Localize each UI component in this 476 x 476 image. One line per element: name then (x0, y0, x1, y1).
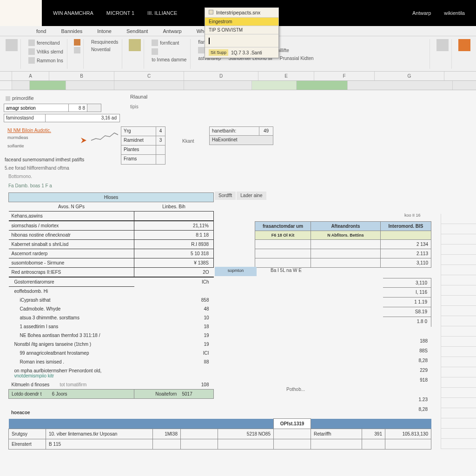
tab-1[interactable]: Sordfft (215, 192, 236, 200)
rv-cell[interactable]: 8,28 (383, 405, 431, 415)
col-c[interactable]: C (114, 72, 184, 80)
table-row[interactable]: iCyprash sithat (9, 296, 134, 304)
table-row[interactable]: 99 annagricoleatbnant hrostamep (9, 349, 134, 357)
table-row[interactable]: Kabernet sinabalt s shriLisd (9, 240, 134, 249)
table-cell[interactable]: 5218 NO85 (218, 429, 274, 439)
col-d[interactable]: D (184, 72, 258, 80)
table-cell[interactable]: 3,110 (381, 258, 431, 268)
table-cell[interactable]: 2.113 (381, 249, 431, 258)
table-row[interactable]: eoffebsdomb. Hi (9, 287, 134, 296)
ribbon-btn-4[interactable]: Resquineeds (90, 39, 119, 45)
table-cell[interactable] (311, 249, 381, 258)
menu-3[interactable]: Senditant (126, 28, 148, 34)
table-cell[interactable] (255, 240, 311, 249)
table-row[interactable]: Cadmobole. Whyde (9, 304, 134, 313)
ribbon-btn-3[interactable]: Rammon Ins (27, 57, 64, 64)
col-b[interactable]: B (49, 72, 114, 80)
rv-cell[interactable]: 1 1.19 (383, 298, 431, 307)
table-row[interactable]: on mpha aurlbiotermsherr Pnenordont old,… (9, 366, 134, 380)
ribbon-btn-14[interactable]: Prunasial Kidten (279, 55, 315, 61)
table-row[interactable]: Roman ines ismised . (9, 357, 134, 366)
menu-file[interactable]: fond (36, 28, 46, 34)
table-cell[interactable] (255, 249, 311, 258)
select-all-corner[interactable] (0, 72, 12, 80)
app-icon-area[interactable] (0, 0, 42, 26)
function-icon[interactable] (458, 39, 470, 51)
menu-2[interactable]: Intone (97, 28, 112, 34)
col-a[interactable]: A (12, 72, 49, 80)
rv-cell[interactable]: S8.19 (383, 307, 431, 317)
table-cell[interactable]: Elrenstert (9, 439, 46, 450)
table-row[interactable]: Kehans,aswins (9, 212, 134, 221)
clipboard-icon[interactable] (74, 39, 80, 46)
table-cell[interactable] (181, 439, 218, 450)
table-cell[interactable] (153, 439, 181, 450)
format-icon[interactable] (436, 39, 449, 51)
table-cell[interactable] (274, 429, 311, 439)
table-cell[interactable]: 391 (362, 429, 385, 439)
ribbon-btn-7[interactable] (151, 48, 187, 55)
table-row[interactable]: Ascernort rarderp (9, 249, 134, 258)
table-cell[interactable]: Retariffh (311, 429, 362, 439)
titlebar-tab-1[interactable]: WIN ANAMCHRA (51, 7, 95, 19)
table-cell[interactable]: B 115 (46, 439, 153, 450)
col-g[interactable]: G (375, 72, 444, 80)
menu-1[interactable]: Bannides (61, 28, 82, 34)
table-cell[interactable] (311, 240, 381, 249)
worksheet[interactable]: primordifie 8 8 faminostasnd 3,16 ad NI … (0, 90, 476, 476)
spreadsheet-grid-blank[interactable] (441, 214, 476, 449)
table-row[interactable]: siornschasis / molortex (9, 221, 134, 231)
table-cell[interactable] (311, 439, 362, 450)
rv-cell[interactable]: I, 116 (383, 288, 431, 298)
menu-4[interactable]: Antwarp (163, 28, 181, 34)
table-row[interactable]: Kitmueln d finoses tot tomatifirm (9, 380, 134, 390)
rv-cell[interactable]: 229 (383, 366, 431, 376)
table-cell[interactable] (311, 258, 381, 268)
rv-cell[interactable]: 8,28 (383, 356, 431, 366)
ribbon-btn-2[interactable]: Vritiks slernd (27, 48, 64, 55)
col-e[interactable]: E (258, 72, 314, 80)
table-cell[interactable] (385, 439, 431, 450)
table-cell[interactable]: 2 134 (381, 240, 431, 249)
table-row[interactable]: Nonstbl /itg anigers tanseine (1tchm ) (9, 340, 134, 349)
rv-cell[interactable]: 3,110 (383, 278, 431, 288)
tab-2[interactable]: Lader aine (237, 192, 266, 200)
rv-cell[interactable]: 1.8 0 (383, 317, 431, 327)
brush-icon[interactable] (129, 39, 141, 51)
dropdown-icon[interactable] (87, 104, 101, 112)
table-row[interactable]: 1 assedtirim l sans (9, 322, 134, 331)
table-row[interactable]: NE Bohea aontisan thernfod 3 311:18 / (9, 331, 134, 340)
rv-cell[interactable]: 918 (383, 376, 431, 385)
table-row[interactable]: atsua 3 dhimmthe. sorsttams (9, 313, 134, 322)
clipboard-icon[interactable] (74, 47, 80, 53)
table-cell[interactable] (181, 429, 218, 439)
titlebar-right-1[interactable]: Antwarp (410, 7, 433, 19)
titlebar-right-2[interactable]: wikientila (442, 7, 467, 19)
titlebar-tab-2[interactable]: MICRONT 1 (105, 7, 136, 19)
ribbon-btn-8[interactable]: to Inmea damme (151, 57, 187, 63)
rv-cell[interactable]: 1.23 (383, 395, 431, 405)
table-row[interactable]: Gostorrentiaromsre (9, 277, 134, 287)
scenario-select[interactable] (4, 104, 69, 112)
table-cell[interactable] (218, 439, 274, 450)
table-row[interactable]: Red antroscraps II:IEFS (9, 268, 134, 278)
table-row[interactable]: susomtobomse - Sirmune (9, 258, 134, 268)
table-row[interactable]: hibonas nostine ofinecknoatr (9, 231, 134, 240)
col-f[interactable]: F (314, 72, 375, 80)
rv-cell[interactable] (383, 327, 431, 337)
rv-cell[interactable]: 88S (383, 346, 431, 356)
table-cell[interactable] (362, 439, 385, 450)
popup-input[interactable] (205, 34, 278, 47)
ribbon-btn-6[interactable]: fornficant (151, 39, 187, 46)
titlebar-tab-3[interactable]: III. ILLIANCE (145, 7, 179, 19)
paste-icon[interactable] (6, 39, 18, 51)
table-cell[interactable]: 105.813,130 (385, 429, 431, 439)
link-cell[interactable]: vnotdemismpiio kitr (14, 373, 54, 378)
rv-cell[interactable] (383, 385, 431, 395)
ribbon-btn-1[interactable]: ferencitand (27, 39, 64, 46)
table-cell[interactable]: 1MI38 (153, 429, 181, 439)
table-cell[interactable]: Srutgsy (9, 429, 46, 439)
rv-cell[interactable]: 188 (383, 337, 431, 346)
table-cell[interactable] (255, 258, 311, 268)
ribbon-btn-5[interactable]: Novential (90, 46, 119, 53)
